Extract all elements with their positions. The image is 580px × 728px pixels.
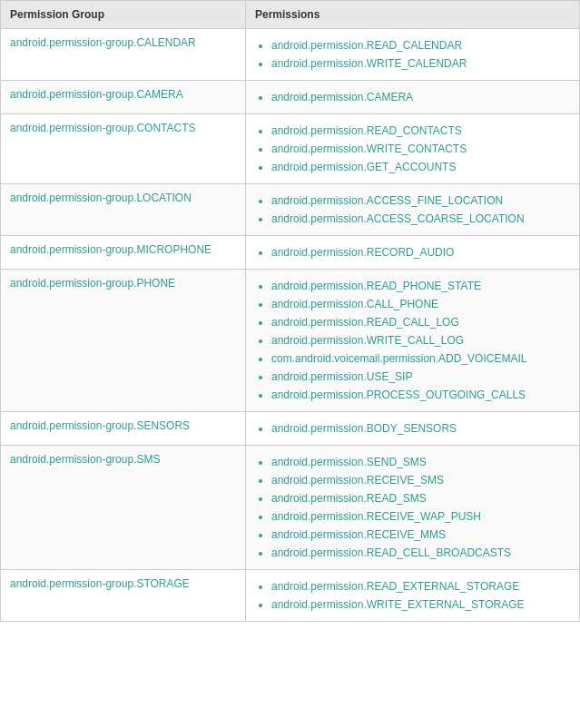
group-cell: android.permission-group.CALENDAR [1,29,246,81]
permission-item: android.permission.READ_PHONE_STATE [271,277,570,295]
header-permission-group: Permission Group [1,1,246,29]
permission-item: android.permission.WRITE_CALL_LOG [271,331,570,349]
table-row: android.permission-group.SMSandroid.perm… [1,446,580,570]
permissions-cell: android.permission.CAMERA [246,81,580,114]
permission-item: android.permission.GET_ACCOUNTS [271,158,570,176]
group-cell: android.permission-group.SMS [1,446,246,570]
group-cell: android.permission-group.CAMERA [1,81,246,114]
permissions-cell: android.permission.BODY_SENSORS [246,412,580,446]
permissions-cell: android.permission.RECORD_AUDIO [246,236,580,270]
permission-item: android.permission.WRITE_EXTERNAL_STORAG… [271,595,570,614]
permission-item: android.permission.WRITE_CONTACTS [271,140,570,158]
table-row: android.permission-group.MICROPHONEandro… [1,236,580,270]
permission-item: android.permission.READ_CELL_BROADCASTS [271,544,570,562]
permission-item: android.permission.READ_CALENDAR [271,36,570,54]
permission-item: android.permission.READ_CONTACTS [271,122,570,140]
permission-item: android.permission.READ_EXTERNAL_STORAGE [271,577,570,595]
permission-item: android.permission.READ_SMS [271,489,570,507]
permission-item: android.permission.CAMERA [271,88,570,106]
header-permissions: Permissions [246,1,580,29]
table-row: android.permission-group.CAMERAandroid.p… [1,81,580,114]
permissions-table: Permission Group Permissions android.per… [0,0,580,622]
group-cell: android.permission-group.STORAGE [1,570,246,622]
permissions-cell: android.permission.READ_PHONE_STATEandro… [246,270,580,412]
group-cell: android.permission-group.PHONE [1,270,246,412]
permission-item: android.permission.WRITE_CALENDAR [271,54,570,73]
permission-item: android.permission.CALL_PHONE [271,295,570,313]
permission-item: android.permission.READ_CALL_LOG [271,313,570,331]
permissions-cell: android.permission.SEND_SMSandroid.permi… [246,446,580,570]
permission-item: android.permission.PROCESS_OUTGOING_CALL… [271,386,570,404]
table-row: android.permission-group.LOCATIONandroid… [1,184,580,236]
table-row: android.permission-group.CALENDARandroid… [1,29,580,81]
permissions-cell: android.permission.READ_CONTACTSandroid.… [246,114,580,184]
permission-item: android.permission.SEND_SMS [271,453,570,471]
group-cell: android.permission-group.SENSORS [1,412,246,446]
permission-item: android.permission.RECORD_AUDIO [271,243,570,261]
permissions-cell: android.permission.ACCESS_FINE_LOCATIONa… [246,184,580,236]
permission-item: android.permission.RECEIVE_MMS [271,526,570,544]
table-row: android.permission-group.SENSORSandroid.… [1,412,580,446]
permission-item: android.permission.BODY_SENSORS [271,419,570,438]
table-row: android.permission-group.STORAGEandroid.… [1,570,580,622]
permission-item: android.permission.ACCESS_FINE_LOCATION [271,192,570,210]
permissions-cell: android.permission.READ_CALENDARandroid.… [246,29,580,81]
group-cell: android.permission-group.LOCATION [1,184,246,236]
permissions-cell: android.permission.READ_EXTERNAL_STORAGE… [246,570,580,622]
table-row: android.permission-group.CONTACTSandroid… [1,114,580,184]
permission-item: com.android.voicemail.permission.ADD_VOI… [271,349,570,368]
group-cell: android.permission-group.MICROPHONE [1,236,246,270]
table-row: android.permission-group.PHONEandroid.pe… [1,270,580,412]
permission-item: android.permission.RECEIVE_SMS [271,471,570,489]
group-cell: android.permission-group.CONTACTS [1,114,246,184]
permission-item: android.permission.RECEIVE_WAP_PUSH [271,507,570,526]
permission-item: android.permission.USE_SIP [271,368,570,386]
permission-item: android.permission.ACCESS_COARSE_LOCATIO… [271,210,570,228]
